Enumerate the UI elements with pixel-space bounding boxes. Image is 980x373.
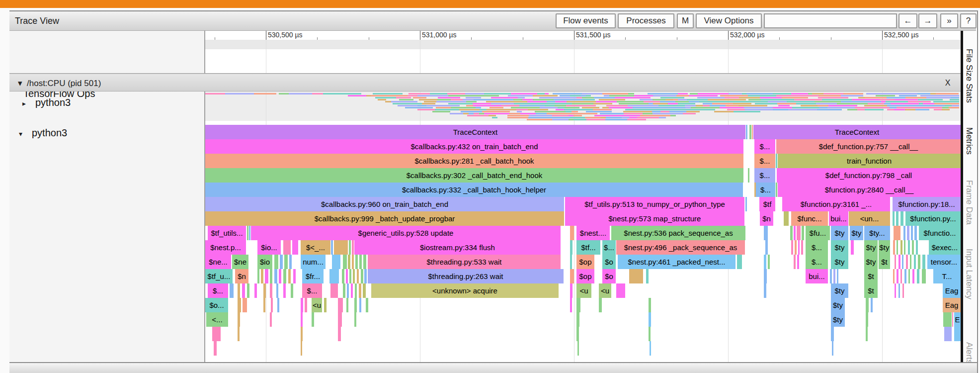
flame-bar-sliver[interactable]	[249, 226, 250, 240]
flame-bar[interactable]: $...	[806, 255, 828, 269]
flame-bar-sliver[interactable]	[893, 240, 895, 255]
flame-bar-sliver[interactable]	[284, 255, 288, 269]
flame-bar-sliver[interactable]	[895, 283, 896, 298]
flame-bar-sliver[interactable]	[247, 283, 249, 298]
thread-row-python3-collapsed[interactable]: ▸python3	[22, 97, 71, 108]
flame-bar-sliver[interactable]	[270, 283, 272, 298]
flame-bar-sliver[interactable]	[301, 312, 303, 327]
flame-bar-sliver[interactable]	[242, 283, 245, 298]
flame-bar[interactable]: $ty	[879, 240, 890, 255]
flame-bar-sliver[interactable]	[355, 283, 357, 298]
flame-bar[interactable]: $ne	[232, 255, 248, 269]
flame-bar-sliver[interactable]	[238, 312, 240, 327]
host-cpu-header[interactable]: ▾ /host:CPU (pid 501) X	[9, 74, 961, 92]
flame-bar[interactable]: $ty...	[864, 226, 890, 240]
flame-bar-sliver[interactable]	[343, 283, 345, 298]
flame-bar-sliver[interactable]	[346, 298, 348, 312]
flame-bar-sliver[interactable]	[570, 255, 572, 269]
flame-bar-sliver[interactable]	[904, 269, 906, 283]
flame-bar-sliver[interactable]	[212, 327, 221, 341]
flame-bar-sliver[interactable]	[737, 255, 742, 269]
flame-bar-sliver[interactable]	[900, 269, 902, 283]
flame-bar-sliver[interactable]	[254, 283, 257, 298]
flame-bar[interactable]: $io	[257, 255, 272, 269]
flame-bar-sliver[interactable]	[576, 312, 579, 327]
tab-file-size-stats[interactable]: File Size Stats	[964, 49, 974, 103]
back-arrow-button[interactable]: ←	[898, 13, 917, 28]
flame-bar[interactable]: $nest.py:496 _pack_sequence_as	[616, 240, 745, 255]
flame-bar[interactable]: $tf...	[576, 240, 600, 255]
flame-bar[interactable]: <u	[599, 283, 611, 298]
flame-bar-sliver[interactable]	[911, 226, 913, 240]
flame-bar-sliver[interactable]	[312, 312, 314, 327]
flame-bar-sliver[interactable]	[570, 226, 574, 240]
flame-bar-sliver[interactable]	[764, 269, 767, 283]
flame-bar-sliver[interactable]	[745, 197, 747, 211]
flame-bar-sliver[interactable]	[914, 255, 916, 269]
flame-bar[interactable]: $op	[576, 255, 594, 269]
flame-bar[interactable]: $function.py:2840 __call__	[778, 183, 961, 197]
flame-bar[interactable]: $tf	[759, 197, 775, 211]
flame-bar-sliver[interactable]	[795, 240, 797, 255]
flame-bar-sliver[interactable]	[338, 327, 341, 341]
flame-bar[interactable]: $...	[754, 154, 775, 168]
expand-arrow-icon[interactable]: ▸	[22, 99, 35, 107]
flame-bar[interactable]: $tf_utils...	[208, 226, 246, 240]
flame-bar-sliver[interactable]	[274, 255, 278, 269]
flame-bar-sliver[interactable]	[332, 255, 340, 269]
flame-bar[interactable]: $ty	[831, 298, 845, 312]
flame-bar-sliver[interactable]	[898, 255, 900, 269]
flame-bar-sliver[interactable]	[922, 269, 926, 283]
chevrons-button[interactable]: »	[940, 13, 958, 28]
flame-bar-sliver[interactable]	[922, 255, 925, 269]
flame-bar[interactable]: bui...	[829, 211, 848, 226]
flame-bar[interactable]: Eag	[943, 283, 961, 298]
flame-bar[interactable]: $ty	[864, 255, 878, 269]
flame-bar[interactable]: $exec...	[929, 240, 961, 255]
flame-bar[interactable]: train_function	[778, 154, 961, 168]
flame-bar[interactable]: $threading.py:533 wait	[368, 255, 561, 269]
flame-bar-sliver[interactable]	[238, 298, 241, 312]
flame-bar[interactable]: $callbacks.py:960 on_train_batch_end	[205, 197, 564, 211]
flame-bar-sliver[interactable]	[293, 269, 296, 283]
flame-bar-sliver[interactable]	[866, 312, 868, 327]
flame-bar-sliver[interactable]	[359, 298, 361, 312]
flame-bar[interactable]: <u	[576, 283, 591, 298]
flame-bar-sliver[interactable]	[907, 226, 909, 240]
flame-bar[interactable]: $...	[806, 240, 828, 255]
forward-arrow-button[interactable]: →	[918, 13, 937, 28]
flame-bar[interactable]: $def_function.py:757 __call__	[776, 139, 961, 154]
flame-bar[interactable]: $n	[235, 269, 248, 283]
flame-bar-sliver[interactable]	[866, 327, 868, 341]
flame-bar[interactable]: $ty	[831, 226, 848, 240]
flame-bar-sliver[interactable]	[914, 226, 917, 240]
flame-bar[interactable]: TraceContext	[205, 125, 745, 139]
flame-bar[interactable]: $ne...	[205, 255, 231, 269]
flame-bar[interactable]: $tf_u...	[205, 269, 233, 283]
flame-bar-sliver[interactable]	[570, 283, 572, 298]
flame-bar-sliver[interactable]	[347, 283, 349, 298]
flame-bar[interactable]: $...	[302, 283, 322, 298]
flame-bar-sliver[interactable]	[576, 327, 579, 341]
flame-bar[interactable]: tensor...	[927, 255, 961, 269]
flame-bar-sliver[interactable]	[305, 298, 307, 312]
flame-bar-sliver[interactable]	[279, 269, 281, 283]
flame-bar[interactable]: $ty	[864, 240, 878, 255]
flame-bar-sliver[interactable]	[570, 240, 572, 255]
flame-bar-sliver[interactable]	[912, 269, 914, 283]
flame-bar-sliver[interactable]	[900, 240, 902, 255]
flame-bar-sliver[interactable]	[576, 298, 580, 312]
flame-bar-sliver[interactable]	[570, 269, 574, 283]
flame-bar[interactable]: bui...	[806, 269, 828, 283]
flame-bar[interactable]: $threading.py:263 wait	[368, 269, 564, 283]
search-input[interactable]	[764, 13, 897, 28]
flame-bar-sliver[interactable]	[833, 269, 835, 283]
flame-bar[interactable]: $o	[602, 269, 616, 283]
flame-bar-sliver[interactable]	[764, 255, 766, 269]
flame-bar-sliver[interactable]	[749, 125, 751, 139]
flame-bar-sliver[interactable]	[837, 269, 838, 283]
flame-bar-sliver[interactable]	[271, 298, 273, 312]
flame-bar-sliver[interactable]	[893, 211, 895, 226]
flame-bar-sliver[interactable]	[363, 255, 366, 269]
flame-bar-sliver[interactable]	[649, 312, 651, 327]
